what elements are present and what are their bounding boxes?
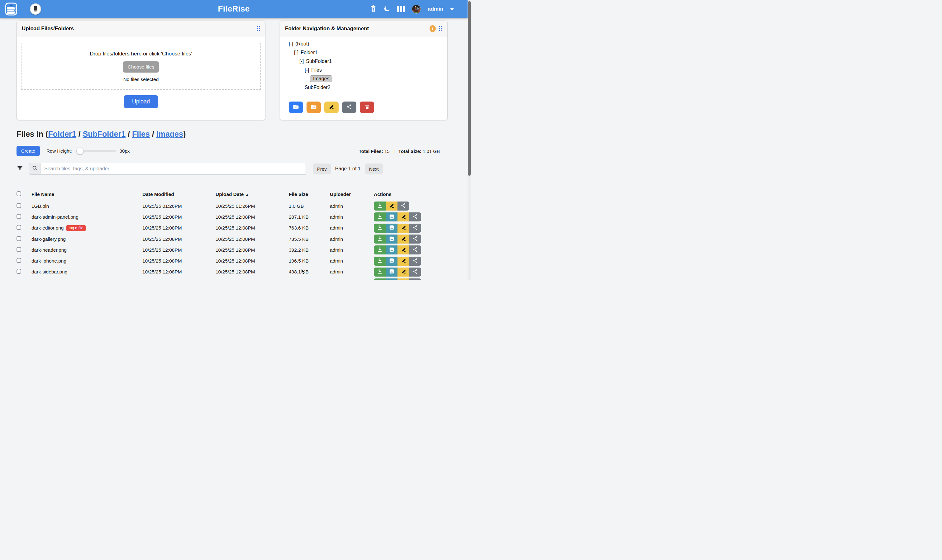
download-button[interactable] [374, 245, 386, 254]
breadcrumb-link-subfolder1[interactable]: SubFolder1 [83, 129, 126, 138]
download-button[interactable] [374, 278, 386, 280]
rename-folder-button[interactable] [324, 102, 339, 113]
create-folder-button[interactable] [289, 102, 303, 113]
preview-icon [389, 280, 395, 280]
download-button[interactable] [374, 224, 386, 233]
preview-button[interactable] [386, 224, 397, 233]
edit-button[interactable] [386, 202, 397, 211]
breadcrumb-link-folder1[interactable]: Folder1 [48, 129, 76, 138]
drag-handle-icon[interactable] [439, 26, 442, 31]
scrollbar-thumb[interactable] [468, 1, 471, 176]
share-button[interactable] [409, 245, 421, 254]
edit-button[interactable] [397, 257, 409, 266]
edit-button[interactable] [397, 212, 409, 222]
row-height-slider[interactable] [76, 150, 116, 152]
row-checkbox[interactable] [17, 214, 21, 219]
file-name[interactable]: dark-editor.png [31, 225, 63, 231]
file-dropzone[interactable]: Drop files/folders here or click 'Choose… [21, 43, 261, 90]
move-folder-button[interactable] [306, 102, 321, 113]
share-button[interactable] [409, 234, 421, 243]
tree-folder-files[interactable]: Files [311, 67, 322, 73]
col-upload-date[interactable]: Upload Date▲ [215, 192, 289, 197]
tree-folder-folder1[interactable]: Folder1 [301, 50, 317, 55]
header-toggle-button[interactable] [30, 3, 41, 15]
edit-button[interactable] [397, 268, 409, 277]
create-button[interactable]: Create [17, 146, 40, 156]
row-checkbox[interactable] [17, 203, 21, 208]
breadcrumb-link-images[interactable]: Images [156, 129, 183, 138]
search-input[interactable] [40, 163, 306, 175]
file-name[interactable]: 1GB.bin [31, 203, 49, 209]
file-name[interactable]: dark-header.png [31, 247, 67, 253]
share-button[interactable] [397, 202, 409, 211]
dark-mode-toggle-button[interactable] [383, 5, 390, 13]
download-button[interactable] [374, 257, 386, 266]
avatar[interactable] [412, 5, 421, 14]
trash-restore-button[interactable] [370, 5, 377, 13]
tree-folder-subfolder1[interactable]: SubFolder1 [306, 58, 332, 64]
uploader: admin [330, 269, 374, 275]
tree-toggle-icon[interactable]: [-] [294, 50, 299, 55]
download-button[interactable] [374, 212, 386, 222]
preview-button[interactable] [386, 245, 397, 254]
row-checkbox[interactable] [17, 258, 21, 263]
prev-page-button[interactable]: Prev [313, 163, 331, 174]
edit-button[interactable] [397, 278, 409, 280]
file-name[interactable]: dark-iphone.png [31, 258, 66, 264]
col-file-name[interactable]: File Name [31, 192, 142, 197]
filter-button[interactable] [17, 165, 23, 173]
file-name[interactable]: dark-admin-panel.png [31, 214, 78, 220]
main-menu-button[interactable] [5, 3, 17, 15]
preview-button[interactable] [386, 234, 397, 243]
row-checkbox[interactable] [17, 269, 21, 274]
file-size: 763.6 KB [289, 225, 330, 231]
col-file-size[interactable]: File Size [289, 192, 330, 197]
preview-button[interactable] [386, 212, 397, 222]
row-checkbox[interactable] [17, 247, 21, 252]
select-all-checkbox[interactable] [17, 191, 21, 196]
breadcrumb-link-files[interactable]: Files [132, 129, 150, 138]
choose-files-button[interactable]: Choose files [123, 62, 159, 72]
tree-toggle-icon[interactable]: [-] [289, 41, 293, 47]
tree-toggle-icon[interactable]: [-] [305, 67, 309, 73]
share-button[interactable] [409, 257, 421, 266]
upload-button[interactable]: Upload [124, 95, 158, 108]
tree-folder-root[interactable]: (Root) [295, 41, 309, 47]
row-height-value: 30px [120, 148, 130, 154]
tree-folder-images[interactable]: Images [310, 75, 332, 82]
preview-button[interactable] [386, 268, 397, 277]
download-button[interactable] [374, 202, 386, 211]
drag-handle-icon[interactable] [257, 26, 260, 31]
share-folder-button[interactable] [342, 102, 356, 113]
download-button[interactable] [374, 268, 386, 277]
tag-badge[interactable]: tag a file [66, 225, 85, 231]
info-icon[interactable]: i [429, 25, 436, 32]
scrollbar-track[interactable] [468, 0, 471, 280]
download-button[interactable] [374, 234, 386, 243]
tree-folder-subfolder2[interactable]: SubFolder2 [305, 85, 331, 90]
edit-button[interactable] [397, 245, 409, 254]
apps-grid-button[interactable] [397, 6, 405, 12]
edit-button[interactable] [397, 224, 409, 233]
row-checkbox[interactable] [17, 236, 21, 241]
slider-thumb[interactable] [77, 148, 83, 154]
preview-button[interactable] [386, 278, 397, 280]
delete-folder-button[interactable] [360, 102, 374, 113]
user-menu[interactable]: admin [428, 6, 443, 12]
file-name[interactable]: dark-gallery.png [31, 236, 66, 242]
chevron-down-icon[interactable] [450, 8, 454, 10]
share-button[interactable] [409, 268, 421, 277]
preview-button[interactable] [386, 257, 397, 266]
breadcrumb-separator: / [150, 129, 156, 138]
tree-toggle-icon[interactable]: [-] [299, 58, 304, 64]
edit-button[interactable] [397, 234, 409, 243]
preview-icon [389, 268, 395, 275]
share-button[interactable] [409, 212, 421, 222]
file-name[interactable]: dark-sidebar.png [31, 269, 67, 275]
next-page-button[interactable]: Next [365, 163, 383, 174]
col-uploader[interactable]: Uploader [330, 192, 374, 197]
share-button[interactable] [409, 224, 421, 233]
col-date-modified[interactable]: Date Modified [142, 192, 215, 197]
row-checkbox[interactable] [17, 225, 21, 230]
share-button[interactable] [409, 278, 421, 280]
